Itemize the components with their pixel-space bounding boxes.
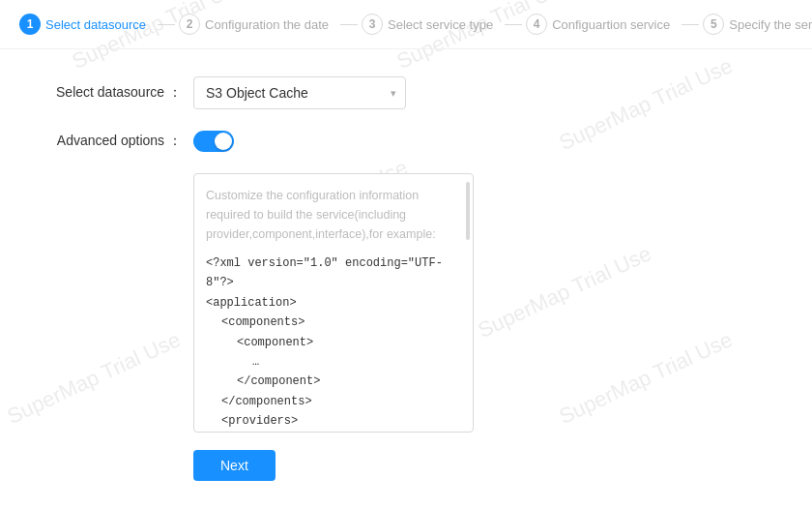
xml-line: <provider>	[206, 432, 457, 433]
step-5-circle: 5	[703, 14, 724, 35]
main-content: Select datasource ： S3 Object Cache Loca…	[0, 49, 812, 508]
datasource-select-wrapper: S3 Object Cache Local File Database ▾	[193, 76, 406, 109]
step-divider-1	[158, 24, 175, 25]
step-2-label: Configuration the date	[205, 17, 329, 32]
advanced-options-label: Advanced options ：	[39, 133, 193, 150]
xml-code-block: <?xml version="1.0" encoding="UTF-8"?> <…	[206, 254, 457, 433]
step-5: 5 Specify the service noc	[703, 14, 812, 35]
step-4-circle: 4	[526, 14, 547, 35]
xml-line: <providers>	[206, 411, 457, 431]
config-placeholder-text: Customize the configuration information …	[206, 186, 457, 244]
xml-line: </component>	[206, 372, 457, 391]
xml-line: <?xml version="1.0" encoding="UTF-8"?>	[206, 254, 457, 293]
step-1-label: Select datasource	[45, 17, 146, 32]
xml-line: <application>	[206, 293, 457, 313]
steps-bar: 1 Select datasource 2 Configuration the …	[0, 0, 812, 49]
advanced-options-toggle[interactable]	[193, 131, 234, 152]
step-divider-3	[505, 24, 522, 25]
datasource-label: Select datasource ：	[39, 84, 193, 102]
step-1-circle: 1	[19, 14, 41, 35]
datasource-select[interactable]: S3 Object Cache Local File Database	[193, 76, 406, 109]
step-3-circle: 3	[362, 14, 383, 35]
xml-line: …	[206, 352, 457, 372]
step-5-label: Specify the service noc	[729, 17, 812, 32]
next-button[interactable]: Next	[193, 450, 276, 481]
toggle-knob	[215, 133, 232, 150]
advanced-options-toggle-wrapper[interactable]	[193, 131, 234, 152]
step-3-label: Select service type	[388, 17, 493, 32]
xml-line: <component>	[206, 333, 457, 352]
config-textarea-area[interactable]: Customize the configuration information …	[193, 173, 474, 433]
xml-line: <components>	[206, 313, 457, 332]
step-2: 2 Configuration the date	[179, 14, 329, 35]
step-3: 3 Select service type	[362, 14, 493, 35]
datasource-row: Select datasource ： S3 Object Cache Loca…	[39, 76, 773, 109]
step-4: 4 Configuartion service	[526, 14, 670, 35]
step-1: 1 Select datasource	[19, 14, 146, 35]
advanced-options-row: Advanced options ：	[39, 131, 773, 152]
step-4-label: Configuartion service	[552, 17, 670, 32]
step-2-circle: 2	[179, 14, 200, 35]
scrollbar	[466, 182, 470, 240]
next-button-row: Next	[193, 450, 773, 481]
step-divider-2	[340, 24, 358, 25]
xml-line: </components>	[206, 392, 457, 411]
step-divider-4	[682, 24, 699, 25]
